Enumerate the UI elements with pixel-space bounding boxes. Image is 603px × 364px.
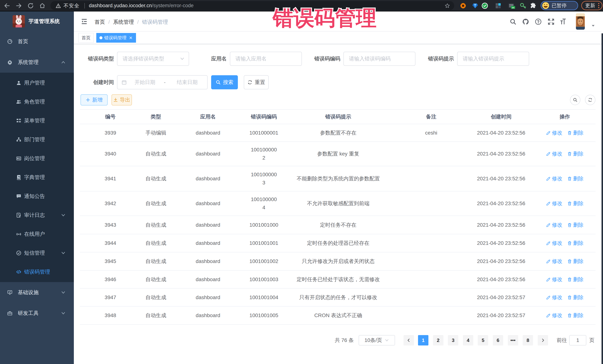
- sidebar-item-11[interactable]: 短信管理: [0, 243, 74, 263]
- page-button-6[interactable]: 6: [493, 335, 503, 345]
- delete-link[interactable]: 删除: [567, 257, 583, 265]
- more-pages-button[interactable]: •••: [508, 335, 518, 345]
- page-scrollbar[interactable]: [602, 11, 603, 364]
- browser-menu-kebab-icon[interactable]: [598, 3, 599, 8]
- breadcrumb-item[interactable]: 系统管理: [113, 19, 134, 25]
- hamburger-icon[interactable]: [81, 18, 88, 25]
- edit-link[interactable]: 修改: [546, 129, 562, 137]
- add-button[interactable]: 新增: [81, 94, 108, 105]
- export-button[interactable]: 导出: [112, 94, 132, 105]
- extension-gem-icon[interactable]: [472, 2, 478, 9]
- show-search-toggle-button[interactable]: [570, 95, 580, 105]
- app-name-input[interactable]: 请输入应用名: [230, 52, 302, 66]
- page-button-4[interactable]: 4: [463, 335, 473, 345]
- page-button-5[interactable]: 5: [478, 335, 488, 345]
- edit-link[interactable]: 修改: [546, 257, 562, 265]
- text-size-icon[interactable]: [560, 18, 567, 25]
- extension-green-circle-icon[interactable]: [481, 2, 488, 9]
- scrollbar-thumb[interactable]: [602, 33, 603, 364]
- tab-1[interactable]: 错误码管理: [96, 33, 136, 43]
- browser-back-icon[interactable]: [4, 2, 10, 9]
- sidebar-item-8[interactable]: 通知公告: [0, 187, 74, 206]
- not-secure-label[interactable]: 不安全: [63, 2, 80, 9]
- refresh-table-button[interactable]: [585, 95, 595, 105]
- input-placeholder: 请输入错误码编码: [349, 55, 391, 62]
- sidebar-item-7[interactable]: 字典管理: [0, 168, 74, 187]
- delete-link[interactable]: 删除: [567, 199, 583, 208]
- edit-link[interactable]: 修改: [546, 311, 562, 320]
- page-button-3[interactable]: 3: [448, 335, 458, 345]
- edit-link[interactable]: 修改: [546, 293, 562, 302]
- sidebar-item-6[interactable]: 岗位管理: [0, 149, 74, 168]
- delete-link[interactable]: 删除: [567, 311, 583, 320]
- browser-forward-icon[interactable]: [15, 2, 22, 9]
- url-text[interactable]: dashboard.yudao.iocoder.cn/system/error-…: [89, 3, 194, 9]
- sidebar-item-5[interactable]: 部门管理: [0, 130, 74, 149]
- sidebar-logo[interactable]: 芋道管理系统: [0, 11, 74, 31]
- delete-link[interactable]: 删除: [567, 175, 583, 183]
- browser-profile-chip[interactable]: 已暂停: [541, 1, 578, 10]
- page-button-2[interactable]: 2: [433, 335, 443, 345]
- cell-actions: 修改删除: [534, 221, 596, 229]
- reset-button[interactable]: 重置: [244, 75, 269, 89]
- edit-link[interactable]: 修改: [546, 276, 562, 284]
- extension-list-on-icon[interactable]: on: [508, 2, 515, 9]
- extension-puzzle-icon[interactable]: [530, 2, 536, 9]
- not-secure-icon: [56, 3, 61, 8]
- help-icon[interactable]: [535, 18, 542, 25]
- sidebar-item-10[interactable]: 在线用户: [0, 225, 74, 243]
- extension-key-icon[interactable]: [520, 2, 526, 9]
- next-page-button[interactable]: [538, 335, 548, 345]
- delete-link[interactable]: 删除: [567, 221, 583, 229]
- avatar-caret-icon[interactable]: [591, 23, 596, 28]
- edit-link[interactable]: 修改: [546, 175, 562, 183]
- sidebar-item-2[interactable]: 用户管理: [0, 73, 74, 92]
- page-size-select[interactable]: 10条/页: [359, 335, 395, 345]
- edit-link[interactable]: 修改: [546, 199, 562, 208]
- fullscreen-icon[interactable]: [547, 18, 555, 25]
- delete-link[interactable]: 删除: [567, 150, 583, 158]
- sidebar-item-3[interactable]: 角色管理: [0, 92, 74, 111]
- browser-update-button[interactable]: 更新: [581, 1, 603, 10]
- sidebar-item-13[interactable]: 基础设施: [0, 282, 74, 303]
- browser-reload-icon[interactable]: [27, 2, 34, 9]
- sidebar-item-12[interactable]: 错误码管理: [0, 263, 74, 281]
- delete-link[interactable]: 删除: [567, 129, 583, 137]
- error-type-select[interactable]: 请选择错误码类型: [117, 52, 189, 66]
- error-msg-input[interactable]: 请输入错误码提示: [457, 52, 529, 66]
- search-button[interactable]: 搜索: [211, 75, 238, 89]
- delete-link[interactable]: 删除: [567, 276, 583, 284]
- sidebar-item-9[interactable]: 审计日志: [0, 206, 74, 225]
- cell-app: dashboard: [171, 150, 245, 158]
- page-button-8[interactable]: 8: [523, 335, 533, 345]
- bookmark-star-icon[interactable]: [445, 3, 450, 9]
- edit-link[interactable]: 修改: [546, 239, 562, 247]
- page-button-1[interactable]: 1: [418, 335, 429, 345]
- edit-link[interactable]: 修改: [546, 150, 562, 158]
- sidebar-item-0[interactable]: 首页: [0, 31, 74, 52]
- edit-link[interactable]: 修改: [546, 221, 562, 229]
- sidebar-item-14[interactable]: 研发工具: [0, 303, 74, 324]
- extension-grid-icon[interactable]: [495, 2, 501, 9]
- goto-page-input[interactable]: 1: [569, 335, 586, 345]
- app-title: 芋道管理系统: [29, 18, 60, 25]
- close-icon[interactable]: [129, 36, 133, 40]
- tab-0[interactable]: 首页: [79, 33, 94, 43]
- extension-orange-icon[interactable]: [460, 2, 466, 9]
- user-avatar[interactable]: [576, 13, 585, 30]
- calendar-icon: [122, 80, 127, 85]
- sidebar-item-1[interactable]: 系统管理: [0, 52, 74, 73]
- header-search-icon[interactable]: [510, 18, 517, 25]
- address-bar[interactable]: 不安全 dashboard.yudao.iocoder.cn/system/er…: [50, 1, 454, 10]
- delete-link[interactable]: 删除: [567, 293, 583, 302]
- breadcrumb-separator: /: [108, 19, 110, 25]
- delete-link[interactable]: 删除: [567, 239, 583, 247]
- breadcrumb-item[interactable]: 首页: [95, 19, 105, 25]
- date-range-picker[interactable]: 开始日期 - 结束日期: [117, 75, 208, 89]
- sidebar-item-4[interactable]: 菜单管理: [0, 111, 74, 130]
- prev-page-button[interactable]: [404, 335, 414, 345]
- cell-msg: 定时任务的处理器已经存在: [282, 239, 394, 247]
- error-code-input[interactable]: 请输入错误码编码: [343, 52, 416, 66]
- browser-home-icon[interactable]: [39, 2, 46, 9]
- github-icon[interactable]: [522, 18, 529, 25]
